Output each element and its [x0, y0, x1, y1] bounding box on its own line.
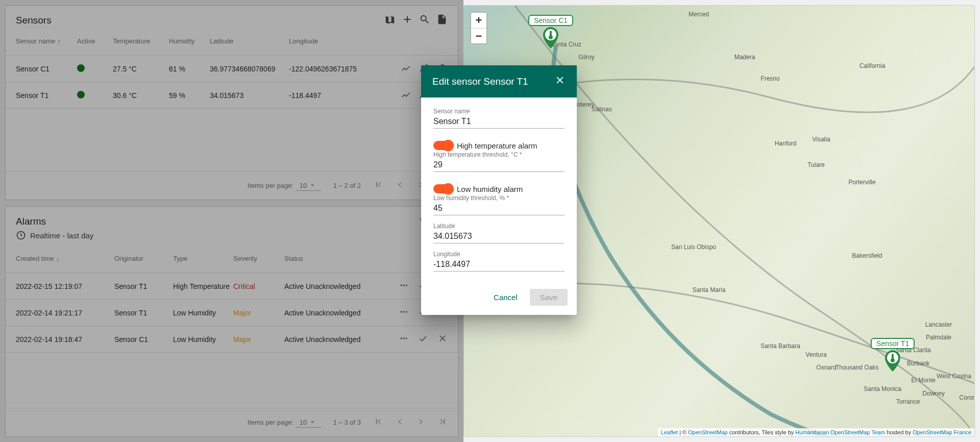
high-temp-toggle-label: High temperature alarm — [457, 141, 537, 150]
low-humidity-toggle[interactable] — [433, 184, 452, 193]
map-zoom-controls: + − — [470, 12, 487, 44]
latitude-label: Latitude — [433, 223, 565, 230]
low-humidity-toggle-label: Low humidity alarm — [457, 185, 523, 193]
map-marker[interactable]: Sensor C1 — [528, 15, 573, 48]
leaflet-link[interactable]: Leaflet — [661, 429, 678, 435]
svg-point-15 — [891, 358, 895, 362]
osm-link[interactable]: OpenStreetMap — [688, 429, 728, 435]
zoom-out-button[interactable]: − — [471, 28, 486, 43]
modal-scrim[interactable] — [0, 0, 463, 442]
map-marker[interactable]: Sensor T1 — [871, 338, 915, 372]
latitude-input[interactable] — [433, 230, 565, 243]
close-icon[interactable] — [554, 75, 566, 88]
sensor-name-input[interactable] — [433, 115, 565, 129]
thermometer-pin-icon — [543, 27, 558, 48]
hot-link[interactable]: Humanitarian OpenStreetMap Team — [795, 429, 885, 435]
osmfr-link[interactable]: OpenStreetMap France — [913, 429, 971, 435]
low-humidity-threshold-label: Low humidity threshold, % * — [433, 194, 565, 202]
low-humidity-threshold-input[interactable] — [433, 202, 565, 215]
high-temp-threshold-label: High temperature threshold, °C * — [433, 151, 565, 158]
marker-label: Sensor T1 — [871, 338, 915, 349]
thermometer-pin-icon — [885, 350, 900, 372]
dialog-title: Edit sensor Sensor T1 — [432, 76, 528, 87]
save-button[interactable]: Save — [530, 289, 568, 306]
longitude-input[interactable] — [433, 258, 565, 272]
map-attribution: Leaflet | © OpenStreetMap contributors, … — [658, 428, 974, 436]
sensor-name-label: Sensor name — [433, 108, 565, 115]
marker-label: Sensor C1 — [528, 15, 573, 26]
high-temp-threshold-input[interactable] — [433, 158, 565, 172]
high-temp-toggle[interactable] — [433, 141, 452, 150]
cancel-button[interactable]: Cancel — [486, 289, 525, 306]
zoom-in-button[interactable]: + — [471, 13, 486, 28]
edit-sensor-dialog: Edit sensor Sensor T1 Sensor name High t… — [421, 65, 577, 315]
longitude-label: Longitude — [433, 251, 565, 258]
svg-point-12 — [549, 35, 553, 39]
